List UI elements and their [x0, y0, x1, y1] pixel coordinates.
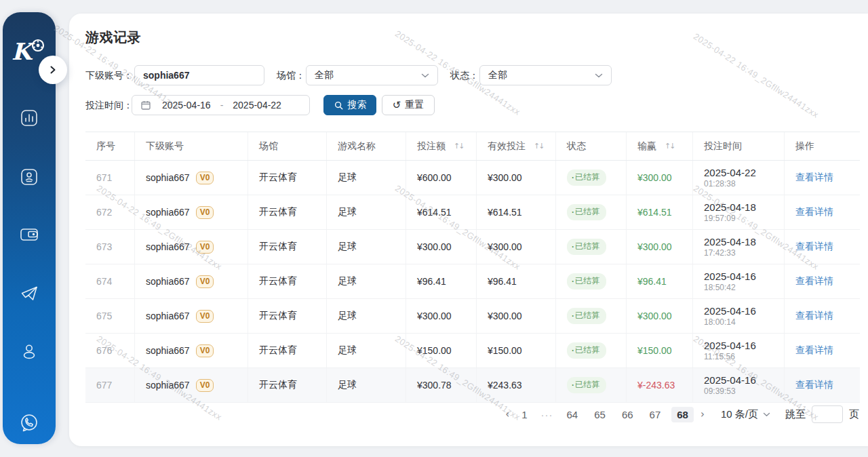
cell-venue: 开云体育 [248, 161, 327, 195]
bet-date: 2025-04-16 [704, 271, 756, 282]
status-badge: ·已结算 [567, 342, 606, 359]
search-button[interactable]: 搜索 [323, 95, 376, 115]
table-row: 677sophia667V0开云体育足球¥300.78¥243.63·已结算¥-… [85, 368, 860, 403]
bet-date: 2025-04-16 [704, 305, 756, 317]
page-button-1[interactable]: 1 [516, 407, 532, 422]
level-badge: V0 [196, 275, 214, 288]
account-name: sophia667 [146, 380, 190, 391]
view-details-link[interactable]: 查看详情 [795, 344, 833, 357]
table-row: 672sophia667V0开云体育足球¥614.51¥614.51·已结算¥6… [85, 195, 860, 230]
cell-bet-amount: ¥96.41 [406, 264, 477, 298]
status-badge: ·已结算 [567, 239, 606, 255]
column-label: 游戏名称 [338, 140, 376, 153]
page-size-select[interactable]: 10 条/页 [721, 408, 770, 421]
cell-winloss: ¥96.41 [627, 264, 693, 298]
cell-status: ·已结算 [556, 195, 627, 229]
view-details-link[interactable]: 查看详情 [795, 241, 833, 253]
cell-bet-time: 2025-04-1817:42:33 [693, 230, 785, 264]
sort-icon[interactable]: ↑↓ [665, 142, 674, 151]
reset-icon: ↺ [393, 100, 401, 111]
status-text: 已结算 [575, 344, 599, 356]
column-header-1: 序号 [85, 132, 135, 160]
view-details-link[interactable]: 查看详情 [795, 379, 833, 391]
status-select[interactable]: 全部 [479, 65, 612, 85]
cell-bet-time: 2025-04-1609:39:53 [693, 368, 785, 402]
cell-game: 足球 [327, 334, 406, 367]
level-badge: V0 [196, 344, 214, 357]
cell-bet-amount: ¥150.00 [406, 334, 477, 367]
sort-icon[interactable]: ↑↓ [534, 142, 543, 151]
cell-action: 查看详情 [785, 161, 860, 195]
records-table: 序号下级账号场馆游戏名称投注额↑↓有效投注↑↓状态输赢↑↓投注时间操作 671s… [85, 132, 860, 403]
status-badge: ·已结算 [567, 204, 606, 220]
status-text: 已结算 [575, 206, 599, 218]
search-button-label: 搜索 [348, 99, 367, 111]
venue-label: 场馆： [277, 65, 305, 85]
cell-status: ·已结算 [556, 230, 627, 264]
reset-button[interactable]: ↺ 重置 [382, 95, 435, 115]
column-header-6[interactable]: 有效投注↑↓ [477, 132, 556, 160]
venue-select[interactable]: 全部 [306, 65, 438, 85]
cell-valid-bet: ¥300.00 [477, 299, 556, 333]
date-start[interactable]: 2025-04-16 [162, 100, 211, 111]
calendar-icon [140, 100, 151, 111]
status-dot-icon: · [572, 346, 574, 355]
page-button-65[interactable]: 65 [589, 407, 611, 422]
cell-venue: 开云体育 [248, 264, 327, 298]
cell-venue: 开云体育 [248, 334, 327, 367]
level-badge: V0 [196, 172, 214, 184]
cell-winloss: ¥150.00 [627, 334, 693, 367]
view-details-link[interactable]: 查看详情 [795, 275, 833, 287]
next-page-button[interactable]: › [696, 406, 709, 422]
column-header-8[interactable]: 输赢↑↓ [627, 132, 693, 160]
page-button-67[interactable]: 67 [644, 407, 667, 422]
sort-icon[interactable]: ↑↓ [454, 142, 463, 151]
account-name: sophia667 [146, 345, 190, 356]
cell-winloss: ¥300.00 [627, 161, 693, 195]
level-badge: V0 [196, 379, 214, 392]
date-range-picker[interactable]: 2025-04-16 - 2025-04-22 [132, 95, 310, 115]
cell-bet-amount: ¥300.78 [406, 368, 477, 402]
wallet-icon[interactable] [17, 222, 41, 247]
support-phone-icon[interactable] [17, 411, 41, 435]
view-details-link[interactable]: 查看详情 [795, 172, 833, 184]
member-card-icon[interactable] [17, 165, 41, 189]
stats-icon[interactable] [17, 106, 41, 130]
page-button-66[interactable]: 66 [616, 407, 639, 422]
cell-venue: 开云体育 [248, 195, 327, 229]
profile-icon[interactable] [17, 339, 41, 363]
cell-status: ·已结算 [556, 161, 627, 195]
status-badge: ·已结算 [567, 377, 606, 393]
cell-bet-time: 2025-04-1618:50:42 [693, 264, 785, 298]
page-button-68[interactable]: 68 [671, 407, 694, 422]
page-button-64[interactable]: 64 [561, 407, 584, 422]
chevron-down-icon [595, 73, 603, 78]
cell-account: sophia667V0 [135, 264, 248, 298]
prev-page-button[interactable]: ‹ [501, 406, 513, 422]
column-header-5[interactable]: 投注额↑↓ [406, 132, 477, 160]
status-dot-icon: · [572, 242, 574, 252]
status-text: 已结算 [575, 379, 599, 391]
date-end[interactable]: 2025-04-22 [233, 100, 281, 111]
cell-status: ·已结算 [556, 334, 627, 367]
sidebar-expand-button[interactable] [39, 56, 67, 84]
level-badge: V0 [196, 310, 214, 323]
jump-page-input[interactable] [812, 405, 843, 423]
account-name: sophia667 [146, 241, 190, 252]
cell-game: 足球 [327, 230, 406, 264]
cell-bet-time: 2025-04-1819:57:09 [693, 195, 785, 229]
view-details-link[interactable]: 查看详情 [795, 310, 833, 322]
cell-account: sophia667V0 [135, 195, 248, 229]
send-icon[interactable] [17, 281, 41, 306]
status-badge: ·已结算 [567, 308, 606, 324]
status-select-value: 全部 [488, 69, 507, 81]
bet-date: 2025-04-18 [704, 201, 756, 213]
table-row: 674sophia667V0开云体育足球¥96.41¥96.41·已结算¥96.… [85, 264, 860, 299]
bet-clock: 09:39:53 [704, 386, 736, 396]
level-badge: V0 [196, 206, 214, 219]
cell-action: 查看详情 [785, 368, 860, 402]
view-details-link[interactable]: 查看详情 [795, 206, 833, 218]
account-input[interactable] [134, 65, 264, 85]
cell-action: 查看详情 [785, 230, 860, 264]
chevron-down-icon [763, 412, 770, 417]
